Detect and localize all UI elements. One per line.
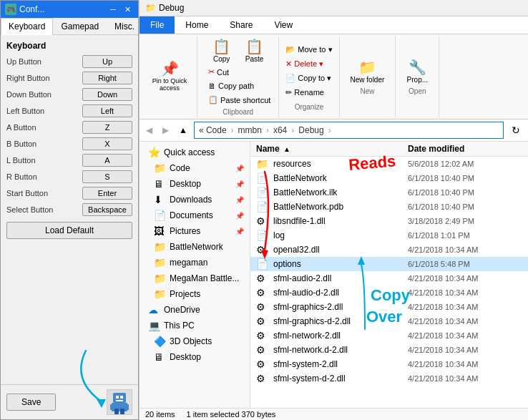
file-row[interactable]: ⚙ openal32.dll 4/21/2018 10:34 AM (250, 243, 528, 257)
sidebar-item-desktop[interactable]: 🖥 Desktop 📌 (140, 176, 250, 192)
breadcrumb-code[interactable]: « Code (199, 125, 227, 135)
svg-rect-8 (120, 409, 124, 414)
file-icon-sfml-graphics: ⚙ (256, 301, 270, 313)
close-button[interactable]: ✕ (121, 4, 134, 15)
ribbon: File Home Share View 📌 Pin to Quick acce… (140, 16, 528, 119)
file-icon-battlenetwork: 📄 (256, 172, 270, 184)
pin-quick-access-button[interactable]: 📌 Pin to Quick access (147, 59, 192, 94)
column-date[interactable]: Date modified (408, 144, 522, 154)
sidebar-item-pictures[interactable]: 🖼 Pictures 📌 (140, 223, 250, 239)
address-bar: ◀ ▶ ▲ « Code › mmbn › x64 › Debug › ↻ (140, 119, 528, 142)
file-name: BattleNetwork.pdb (273, 202, 405, 212)
l-key-button[interactable]: A (82, 154, 132, 167)
tab-home[interactable]: Home (175, 16, 219, 34)
b-key-button[interactable]: X (82, 137, 132, 150)
minimize-button[interactable]: ─ (107, 4, 119, 15)
file-row[interactable]: ⚙ libsndfile-1.dll 3/18/2018 2:49 PM (250, 214, 528, 228)
file-icon-openal: ⚙ (256, 244, 270, 255)
sidebar-megaman-battle-label: MegaMan Battle... (170, 273, 239, 283)
file-row[interactable]: 📄 BattleNetwork.ilk 6/1/2018 10:40 PM (250, 185, 528, 200)
file-row[interactable]: ⚙ sfml-graphics-2.dll 4/21/2018 10:34 AM (250, 300, 528, 314)
paste-button[interactable]: 📋 Paste (239, 37, 270, 65)
file-row[interactable]: ⚙ sfml-network.d-2.dll 4/21/2018 10:34 A… (250, 343, 528, 357)
sidebar-item-battlenetwork[interactable]: 📁 BattleNetwork (140, 239, 250, 255)
select-key-button[interactable]: Backspace (82, 203, 132, 216)
sidebar-item-quick-access[interactable]: ⭐ Quick access (140, 145, 250, 160)
up-button[interactable]: ▲ (175, 123, 191, 137)
breadcrumb-mmbn[interactable]: mmbn (238, 125, 262, 135)
file-row[interactable]: ⚙ sfml-audio-2.dll 4/21/2018 10:34 AM (250, 271, 528, 285)
file-row[interactable]: ⚙ sfml-system-2.dll 4/21/2018 10:34 AM (250, 357, 528, 371)
forward-button[interactable]: ▶ (159, 123, 172, 137)
tab-gamepad[interactable]: Gamepad (53, 18, 107, 34)
sidebar-item-documents[interactable]: 📄 Documents 📌 (140, 207, 250, 223)
file-icon-log: 📄 (256, 230, 270, 241)
tab-misc[interactable]: Misc. (107, 18, 142, 34)
path-separator-2: › (266, 125, 269, 135)
sidebar-thispc-label: This PC (164, 321, 195, 331)
file-row[interactable]: 📄 BattleNetwork.pdb 6/1/2018 10:40 PM (250, 200, 528, 214)
refresh-button[interactable]: ↻ (507, 122, 525, 138)
copy-button[interactable]: 📋 Copy (206, 37, 238, 65)
sidebar-item-thispc[interactable]: 💻 This PC (140, 318, 250, 333)
l-button-label: L Button (6, 156, 36, 165)
sidebar-item-onedrive[interactable]: ☁ OneDrive (140, 302, 250, 318)
back-button[interactable]: ◀ (142, 123, 156, 137)
breadcrumb-x64[interactable]: x64 (273, 125, 287, 135)
config-content: Keyboard Up Button Up Right Button Right… (1, 35, 138, 384)
breadcrumb-debug[interactable]: Debug (298, 125, 323, 135)
delete-button[interactable]: ✕ Delete ▾ (282, 57, 336, 71)
left-key-button[interactable]: Left (82, 104, 132, 117)
sidebar-item-projects[interactable]: 📁 Projects (140, 286, 250, 302)
move-to-button[interactable]: 📂 Move to ▾ (282, 43, 336, 57)
up-key-button[interactable]: Up (82, 55, 132, 68)
cut-button[interactable]: ✂ Cut (205, 65, 274, 79)
sidebar-item-downloads[interactable]: ⬇ Downloads 📌 (140, 192, 250, 207)
r-key-button[interactable]: S (82, 170, 132, 183)
file-icon-pdb: 📄 (256, 201, 270, 213)
copy-path-button[interactable]: 🗎 Copy path (205, 79, 274, 92)
file-date: 4/21/2018 10:34 AM (408, 360, 522, 368)
new-folder-button[interactable]: 📁 New folder (346, 58, 390, 86)
sidebar-item-desktop2[interactable]: 🖥 Desktop (140, 349, 250, 365)
sidebar-item-code[interactable]: 📁 Code 📌 (140, 160, 250, 176)
copy-to-button[interactable]: 📄 Copy to ▾ (282, 72, 336, 85)
config-bottom: Save (1, 384, 138, 419)
down-key-button[interactable]: Down (82, 88, 132, 101)
paste-shortcut-button[interactable]: 📋 Paste shortcut (205, 93, 274, 107)
file-row[interactable]: ⚙ sfml-audio-d-2.dll 4/21/2018 10:34 AM (250, 285, 528, 300)
start-key-button[interactable]: Enter (82, 187, 132, 200)
a-button-label: A Button (6, 123, 36, 132)
right-button-label: Right Button (6, 74, 50, 82)
file-row[interactable]: 📄 log 6/1/2018 1:01 PM (250, 228, 528, 243)
thispc-icon: 💻 (148, 320, 161, 331)
column-name[interactable]: Name ▲ (256, 144, 408, 154)
sidebar-item-megaman[interactable]: 📁 megaman (140, 255, 250, 270)
address-path[interactable]: « Code › mmbn › x64 › Debug › (194, 122, 504, 139)
desktop-icon: 🖥 (154, 178, 167, 190)
file-name: sfml-graphics-2.dll (273, 302, 405, 312)
tab-keyboard[interactable]: Keyboard (1, 18, 53, 35)
rename-button[interactable]: ✏ Rename (282, 86, 336, 99)
tab-share[interactable]: Share (219, 16, 263, 34)
sidebar-item-megaman-battle[interactable]: 📁 MegaMan Battle... (140, 270, 250, 286)
ribbon-group-open: 🔧 Prop... Open (396, 36, 439, 117)
properties-button[interactable]: 🔧 Prop... (401, 58, 433, 86)
file-row[interactable]: 📄 BattleNetwork 6/1/2018 10:40 PM (250, 171, 528, 185)
a-key-button[interactable]: Z (82, 121, 132, 134)
properties-label: Prop... (407, 76, 428, 84)
quick-access-icon: ⭐ (148, 147, 161, 158)
tab-view[interactable]: View (263, 16, 303, 34)
sidebar-item-3dobjects[interactable]: 🔷 3D Objects (140, 333, 250, 349)
file-row[interactable]: ⚙ sfml-network-2.dll 4/21/2018 10:34 AM (250, 328, 528, 343)
file-row[interactable]: ⚙ sfml-system-d-2.dll 4/21/2018 10:34 AM (250, 371, 528, 386)
file-row[interactable]: 📁 resources 5/6/2018 12:02 AM (250, 157, 528, 171)
right-key-button[interactable]: Right (82, 72, 132, 84)
onedrive-icon: ☁ (148, 304, 161, 316)
file-row-selected[interactable]: 📄 options 6/1/2018 5:48 PM (250, 257, 528, 271)
tab-file[interactable]: File (140, 16, 175, 34)
save-button[interactable]: Save (6, 394, 56, 411)
load-default-button[interactable]: Load Default (6, 222, 132, 239)
file-row[interactable]: ⚙ sfml-graphics-d-2.dll 4/21/2018 10:34 … (250, 314, 528, 328)
file-date: 4/21/2018 10:34 AM (408, 288, 522, 297)
